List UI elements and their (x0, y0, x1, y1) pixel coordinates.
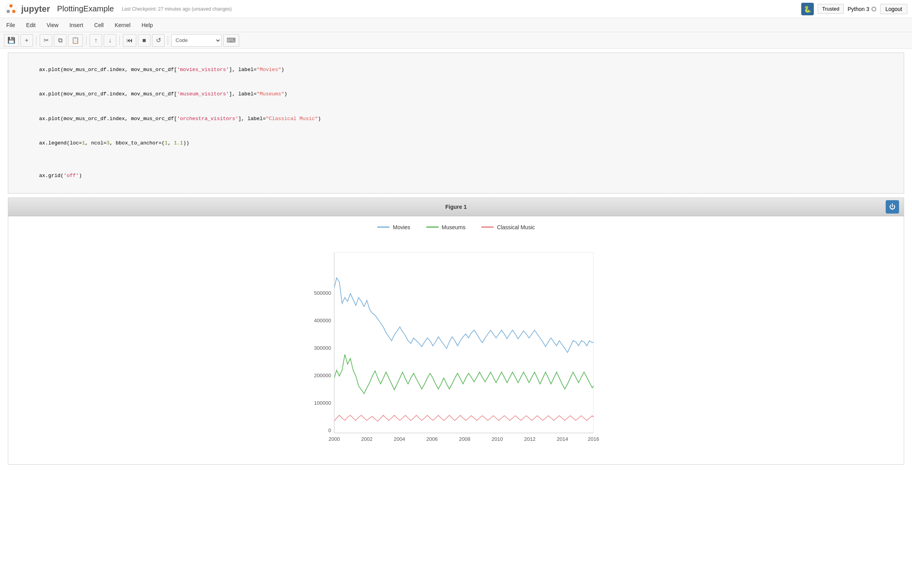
figure-container: Figure 1 ⏻ Movies Museums Classical Musi… (8, 197, 904, 465)
save-button[interactable]: 💾 (4, 34, 19, 47)
move-up-button[interactable]: ↑ (90, 34, 102, 47)
legend-line-museums (426, 226, 439, 228)
menu-help[interactable]: Help (140, 21, 154, 29)
notebook-title: PlottingExample (57, 4, 114, 13)
legend-line-classical (481, 226, 494, 228)
figure-power-button[interactable]: ⏻ (886, 200, 899, 214)
x-label-2012: 2012 (524, 436, 536, 442)
menu-view[interactable]: View (45, 21, 60, 29)
x-label-2004: 2004 (394, 436, 405, 442)
legend-label-museums: Museums (442, 224, 466, 230)
y-label-400k: 400000 (314, 318, 331, 323)
chart-outer: Movies Museums Classical Music 0 100000 … (8, 216, 904, 464)
x-label-2002: 2002 (361, 436, 373, 442)
code-line-3: ax.plot(mov_mus_orc_df.index, mov_mus_or… (15, 107, 897, 131)
legend-label-classical: Classical Music (497, 224, 535, 230)
jupyter-logo-icon (5, 3, 17, 15)
menu-cell[interactable]: Cell (93, 21, 105, 29)
run-prev-button[interactable]: ⏮ (123, 34, 136, 47)
x-label-2008: 2008 (459, 436, 471, 442)
python-icon: 🐍 (801, 3, 814, 15)
logout-button[interactable]: Logout (880, 4, 907, 14)
code-cell: ax.plot(mov_mus_orc_df.index, mov_mus_or… (8, 53, 904, 194)
chart-wrapper: 0 100000 200000 300000 400000 500000 (12, 237, 900, 457)
move-down-button[interactable]: ↓ (104, 34, 116, 47)
paste-button[interactable]: 📋 (68, 34, 83, 47)
toolbar-separator-2 (86, 36, 86, 45)
figure-header: Figure 1 ⏻ (8, 198, 904, 216)
cell-type-select[interactable]: Code Markdown Raw NBConvert (171, 34, 222, 47)
code-line-4: ax.legend(loc=1, ncol=3, bbox_to_anchor=… (15, 131, 897, 155)
python-logo-icon: 🐍 (802, 4, 813, 15)
kernel-info: Python 3 (848, 6, 876, 12)
menubar: File Edit View Insert Cell Kernel Help (0, 18, 912, 32)
topbar: jupyter PlottingExample Last Checkpoint:… (0, 0, 912, 18)
interrupt-button[interactable]: ■ (138, 34, 150, 47)
code-line-1: ax.plot(mov_mus_orc_df.index, mov_mus_or… (15, 58, 897, 82)
copy-button[interactable]: ⧉ (54, 34, 66, 47)
toolbar: 💾 + ✂ ⧉ 📋 ↑ ↓ ⏮ ■ ↺ Code Markdown Raw NB… (0, 32, 912, 49)
code-line-5 (15, 156, 897, 164)
x-label-2006: 2006 (427, 436, 438, 442)
toolbar-separator-4 (168, 36, 168, 45)
checkpoint-info: Last Checkpoint: 27 minutes ago (unsaved… (122, 6, 232, 12)
x-label-2014: 2014 (557, 436, 568, 442)
menu-insert[interactable]: Insert (68, 21, 85, 29)
kernel-label: Python 3 (848, 6, 869, 12)
svg-point-3 (12, 10, 15, 13)
legend-museums: Museums (426, 224, 466, 230)
menu-edit[interactable]: Edit (25, 21, 37, 29)
restart-button[interactable]: ↺ (152, 34, 165, 47)
trusted-button[interactable]: Trusted (818, 4, 844, 14)
y-label-300k: 300000 (314, 345, 331, 351)
add-cell-button[interactable]: + (20, 34, 33, 47)
y-label-200k: 200000 (314, 373, 331, 378)
y-label-500k: 500000 (314, 290, 331, 296)
code-line-2: ax.plot(mov_mus_orc_df.index, mov_mus_or… (15, 82, 897, 106)
legend-movies: Movies (377, 224, 410, 230)
toolbar-separator-1 (36, 36, 37, 45)
y-label-100k: 100000 (314, 400, 331, 406)
chart-legend: Movies Museums Classical Music (12, 224, 900, 230)
x-label-2000: 2000 (329, 436, 340, 442)
menu-kernel[interactable]: Kernel (113, 21, 132, 29)
legend-label-movies: Movies (393, 224, 410, 230)
kernel-status-circle (872, 7, 876, 11)
app-name: jupyter (21, 4, 50, 14)
x-label-2016: 2016 (588, 436, 599, 442)
cut-button[interactable]: ✂ (40, 34, 52, 47)
menu-file[interactable]: File (5, 21, 17, 29)
legend-classical: Classical Music (481, 224, 535, 230)
legend-line-movies (377, 226, 390, 228)
y-label-0: 0 (328, 427, 331, 433)
keyboard-button[interactable]: ⌨ (223, 34, 239, 47)
x-label-2010: 2010 (492, 436, 503, 442)
jupyter-logo (5, 3, 17, 15)
code-area[interactable]: ax.plot(mov_mus_orc_df.index, mov_mus_or… (8, 53, 904, 193)
svg-point-1 (9, 4, 13, 7)
chart-svg: 0 100000 200000 300000 400000 500000 (307, 237, 605, 457)
toolbar-separator-3 (119, 36, 120, 45)
svg-point-2 (7, 10, 10, 13)
topbar-left: jupyter PlottingExample Last Checkpoint:… (5, 3, 232, 15)
code-line-6: ax.grid('off') (15, 164, 897, 188)
main-content: ax.plot(mov_mus_orc_df.index, mov_mus_or… (0, 49, 912, 469)
figure-title: Figure 1 (26, 204, 886, 210)
topbar-right: 🐍 Trusted Python 3 Logout (801, 3, 907, 15)
svg-text:🐍: 🐍 (804, 5, 811, 13)
